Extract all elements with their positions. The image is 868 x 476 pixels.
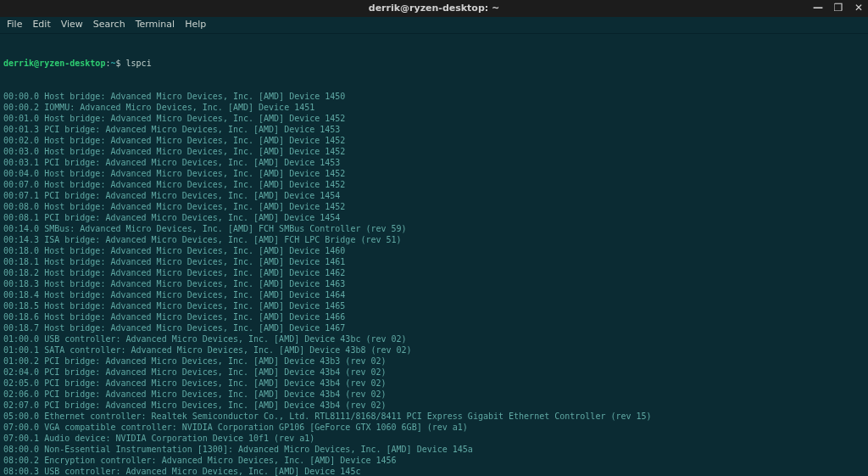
output-line: 00:01.3 PCI bridge: Advanced Micro Devic… [3, 124, 865, 135]
output-line: 08:00.0 Non-Essential Instrumentation [1… [3, 444, 865, 455]
output-line: 00:18.1 Host bridge: Advanced Micro Devi… [3, 256, 865, 267]
output-line: 00:18.6 Host bridge: Advanced Micro Devi… [3, 311, 865, 322]
output-line: 01:00.0 USB controller: Advanced Micro D… [3, 333, 865, 344]
menu-view[interactable]: View [61, 19, 83, 31]
output-line: 00:18.0 Host bridge: Advanced Micro Devi… [3, 245, 865, 256]
terminal-area[interactable]: derrik@ryzen-desktop:~$ lspci 00:00.0 Ho… [0, 34, 868, 476]
output-line: 00:08.0 Host bridge: Advanced Micro Devi… [3, 201, 865, 212]
output-line: 00:07.0 Host bridge: Advanced Micro Devi… [3, 179, 865, 190]
menu-help[interactable]: Help [185, 19, 206, 31]
output-line: 00:00.2 IOMMU: Advanced Micro Devices, I… [3, 102, 865, 113]
output-line: 08:00.3 USB controller: Advanced Micro D… [3, 466, 865, 476]
output-line: 00:18.7 Host bridge: Advanced Micro Devi… [3, 322, 865, 333]
output-line: 00:18.5 Host bridge: Advanced Micro Devi… [3, 300, 865, 311]
menu-edit[interactable]: Edit [32, 19, 50, 31]
output-line: 02:06.0 PCI bridge: Advanced Micro Devic… [3, 389, 865, 400]
prompt-user: derrik@ryzen-desktop [3, 59, 105, 68]
output-line: 08:00.2 Encryption controller: Advanced … [3, 455, 865, 466]
command-output: 00:00.0 Host bridge: Advanced Micro Devi… [3, 91, 865, 476]
output-line: 00:18.3 Host bridge: Advanced Micro Devi… [3, 278, 865, 289]
output-line: 01:00.2 PCI bridge: Advanced Micro Devic… [3, 356, 865, 367]
output-line: 05:00.0 Ethernet controller: Realtek Sem… [3, 411, 865, 422]
output-line: 00:03.1 PCI bridge: Advanced Micro Devic… [3, 157, 865, 168]
close-button[interactable]: ✕ [853, 2, 865, 15]
output-line: 00:01.0 Host bridge: Advanced Micro Devi… [3, 113, 865, 124]
output-line: 00:02.0 Host bridge: Advanced Micro Devi… [3, 135, 865, 146]
menu-file[interactable]: File [7, 19, 22, 31]
output-line: 00:18.4 Host bridge: Advanced Micro Devi… [3, 289, 865, 300]
output-line: 00:14.3 ISA bridge: Advanced Micro Devic… [3, 234, 865, 245]
output-line: 00:08.1 PCI bridge: Advanced Micro Devic… [3, 212, 865, 223]
minimize-button[interactable]: — [812, 2, 824, 15]
window-title: derrik@ryzen-desktop: ~ [369, 3, 499, 14]
menu-search[interactable]: Search [93, 19, 125, 31]
menu-terminal[interactable]: Terminal [136, 19, 175, 31]
window-controls: — ❐ ✕ [812, 0, 865, 17]
output-line: 02:05.0 PCI bridge: Advanced Micro Devic… [3, 378, 865, 389]
output-line: 00:07.1 PCI bridge: Advanced Micro Devic… [3, 190, 865, 201]
output-line: 02:04.0 PCI bridge: Advanced Micro Devic… [3, 367, 865, 378]
output-line: 00:00.0 Host bridge: Advanced Micro Devi… [3, 91, 865, 102]
output-line: 00:18.2 Host bridge: Advanced Micro Devi… [3, 267, 865, 278]
prompt-dollar: $ [115, 59, 120, 68]
command-text: lspci [126, 59, 152, 68]
output-line: 00:04.0 Host bridge: Advanced Micro Devi… [3, 168, 865, 179]
output-line: 01:00.1 SATA controller: Advanced Micro … [3, 344, 865, 356]
maximize-button[interactable]: ❐ [832, 2, 844, 15]
output-line: 07:00.1 Audio device: NVIDIA Corporation… [3, 433, 865, 444]
output-line: 00:14.0 SMBus: Advanced Micro Devices, I… [3, 223, 865, 234]
output-line: 02:07.0 PCI bridge: Advanced Micro Devic… [3, 400, 865, 411]
output-line: 07:00.0 VGA compatible controller: NVIDI… [3, 422, 865, 433]
command-line: derrik@ryzen-desktop:~$ lspci [3, 58, 865, 69]
titlebar: derrik@ryzen-desktop: ~ — ❐ ✕ [0, 0, 868, 17]
output-line: 00:03.0 Host bridge: Advanced Micro Devi… [3, 146, 865, 157]
menubar: File Edit View Search Terminal Help [0, 17, 868, 34]
